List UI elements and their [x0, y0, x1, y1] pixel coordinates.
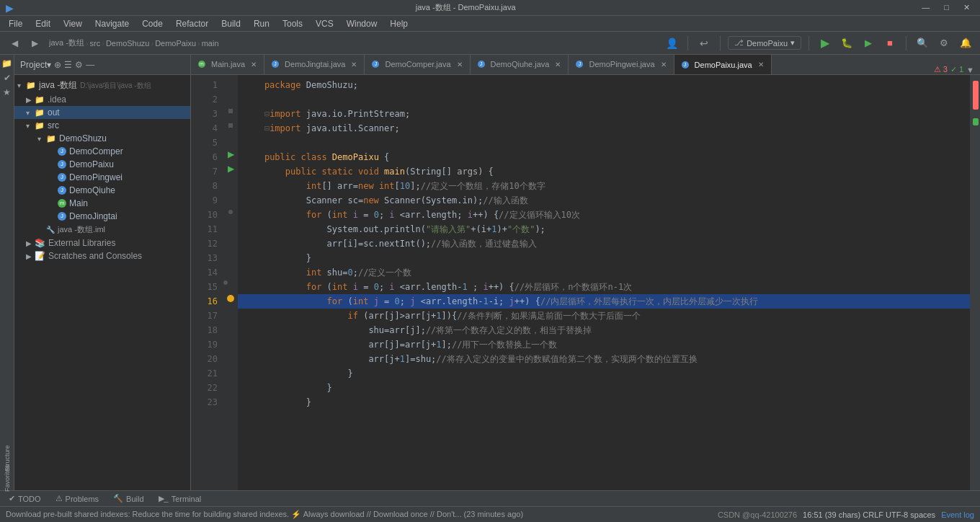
tab-label-main: Main.java	[211, 60, 245, 68]
tab-demoqiuhe[interactable]: J DemoQiuhe.java ✕	[471, 55, 569, 74]
tab-close-comper[interactable]: ✕	[457, 61, 463, 68]
error-count[interactable]: ⚠ 3	[934, 65, 948, 74]
title-left: ▶	[6, 2, 14, 14]
project-minimize-icon[interactable]: —	[86, 60, 94, 70]
code-line-12: arr[i]=sc.nextInt();//输入函数，通过键盘输入	[238, 236, 970, 251]
breadcrumb-demopaixu[interactable]: DemoPaixu	[155, 39, 196, 48]
menu-refactor[interactable]: Refactor	[170, 17, 214, 30]
breadcrumb-src[interactable]: src	[90, 39, 101, 48]
project-tree-icon[interactable]: ☰	[64, 60, 72, 70]
debug-button[interactable]: 🐛	[838, 35, 855, 52]
code-editor[interactable]: package DemoShuzu; ⊟import java.io.Print…	[238, 75, 970, 490]
tab-close-qiuhe[interactable]: ✕	[555, 61, 561, 68]
run-arrow-6[interactable]: ▶	[228, 149, 234, 159]
close-button[interactable]: ✕	[959, 3, 974, 12]
tree-arrow-src: ▾	[26, 122, 35, 130]
structure-sidebar-icon[interactable]: Structure	[1, 453, 13, 464]
stop-button[interactable]: ■	[881, 35, 899, 52]
collapse-all-icon[interactable]: ▼	[966, 66, 974, 74]
settings-button[interactable]: ⚙	[935, 35, 953, 52]
tree-item-scratches[interactable]: ▶ 📝 Scratches and Consoles	[14, 249, 190, 262]
bookmark-icon[interactable]: ★	[1, 87, 13, 98]
toolbar-back-button[interactable]: ◀	[6, 35, 23, 52]
gutter-13	[223, 248, 238, 262]
fold-icon-3	[228, 109, 233, 113]
tree-item-demopaixu[interactable]: ▶ J DemoPaixu	[14, 158, 190, 171]
tab-demojingtai[interactable]: J DemoJingtai.java ✕	[264, 55, 365, 74]
terminal-icon: ▶_	[159, 494, 169, 503]
commit-icon[interactable]: ✔	[1, 72, 13, 84]
menu-window[interactable]: Window	[341, 17, 383, 30]
tree-item-root[interactable]: ▾ 📁 java -数组 D:\java项目\java -数组	[14, 78, 190, 93]
toolbar-separator-4	[906, 36, 906, 50]
tab-terminal[interactable]: ▶_ Terminal	[156, 492, 205, 505]
menu-vcs[interactable]: VCS	[310, 17, 339, 30]
toolbar-forward-button[interactable]: ▶	[26, 35, 43, 52]
breadcrumb-project[interactable]: java -数组	[49, 37, 84, 48]
editor-scrollbar[interactable]	[970, 75, 980, 490]
code-line-7: public static void main(String[] args) {	[238, 164, 970, 179]
demojingtai-java-icon: J	[58, 212, 66, 221]
tree-item-iml[interactable]: ▶ 🔧 java -数组.iml	[14, 223, 190, 236]
gutter-7: ▶	[223, 162, 238, 176]
event-log-link[interactable]: Event log	[941, 510, 974, 519]
run-arrow-7[interactable]: ▶	[228, 164, 234, 174]
minimize-button[interactable]: —	[917, 3, 934, 12]
breadcrumb-sep2: ›	[102, 39, 104, 48]
notifications-button[interactable]: 🔔	[957, 35, 974, 52]
run-button[interactable]: ▶	[816, 35, 834, 52]
branch-selector[interactable]: ⎇ DemoPaixu ▾	[728, 36, 801, 50]
tab-build-label: Build	[126, 495, 143, 503]
tab-close-pingwei[interactable]: ✕	[661, 61, 667, 68]
menu-tools[interactable]: Tools	[277, 17, 308, 30]
tree-item-democomper[interactable]: ▶ J DemoComper	[14, 145, 190, 158]
breadcrumb-demoshuzu[interactable]: DemoShuzu	[106, 39, 150, 48]
tree-item-demopingwei[interactable]: ▶ J DemoPingwei	[14, 171, 190, 184]
tree-item-idea[interactable]: ▶ 📁 .idea	[14, 93, 190, 106]
menu-help[interactable]: Help	[384, 17, 414, 30]
favorites-sidebar-icon[interactable]: Favorites	[1, 473, 13, 485]
tree-item-main[interactable]: ▶ m Main	[14, 197, 190, 210]
menu-build[interactable]: Build	[215, 17, 246, 30]
tree-item-out[interactable]: ▾ 📁 out	[14, 106, 190, 119]
tab-bar: m Main.java ✕ J DemoJingtai.java ✕ J Dem…	[191, 55, 980, 75]
app-icon: ▶	[6, 2, 14, 14]
tab-close-jingtai[interactable]: ✕	[351, 61, 357, 68]
breadcrumb-main[interactable]: main	[202, 39, 219, 48]
code-line-14: int shu=0;//定义一个数	[238, 265, 970, 280]
toolbar-undo-button[interactable]: ↩	[695, 35, 713, 52]
branch-icon: ⎇	[734, 38, 744, 48]
project-view-icon[interactable]: 📁	[1, 58, 13, 69]
menu-edit[interactable]: Edit	[30, 17, 56, 30]
tree-item-src[interactable]: ▾ 📁 src	[14, 119, 190, 132]
left-icon-sidebar: 📁 ✔ ★ Structure Favorites	[0, 55, 14, 490]
project-settings-icon[interactable]: ⚙	[75, 60, 83, 70]
tree-item-demoqiuhe[interactable]: ▶ J DemoQiuhe	[14, 184, 190, 197]
run-coverage-button[interactable]: ▶	[860, 35, 877, 52]
project-header-icons: ⊕ ☰ ⚙ —	[54, 60, 94, 70]
editor-container[interactable]: 1 2 3 4 5 6 7 8 9 10 11 12 13 14 15 16 1…	[191, 75, 980, 490]
menu-run[interactable]: Run	[248, 17, 275, 30]
maximize-button[interactable]: □	[940, 3, 953, 12]
profile-button[interactable]: 👤	[663, 35, 680, 52]
warning-count[interactable]: ✓ 1	[950, 65, 963, 74]
menu-navigate[interactable]: Navigate	[89, 17, 135, 30]
tab-close-paixu[interactable]: ✕	[758, 61, 764, 68]
project-sync-icon[interactable]: ⊕	[54, 60, 61, 70]
tab-problems[interactable]: ⚠ Problems	[53, 492, 102, 505]
tab-main-java[interactable]: m Main.java ✕	[191, 55, 264, 74]
tab-build[interactable]: 🔨 Build	[110, 492, 146, 505]
tree-item-ext-libs[interactable]: ▶ 📚 External Libraries	[14, 236, 190, 249]
search-button[interactable]: 🔍	[914, 35, 931, 52]
menu-file[interactable]: File	[3, 17, 28, 30]
tab-todo[interactable]: ✔ TODO	[6, 492, 44, 505]
menu-code[interactable]: Code	[136, 17, 169, 30]
tab-demopingwei[interactable]: J DemoPingwei.java ✕	[569, 55, 674, 74]
tree-item-demojingtai[interactable]: ▶ J DemoJingtai	[14, 210, 190, 223]
tab-close-main[interactable]: ✕	[251, 61, 257, 68]
menu-view[interactable]: View	[58, 17, 88, 30]
tab-democomper[interactable]: J DemoComper.java ✕	[365, 55, 470, 74]
tree-item-demoshuzu[interactable]: ▾ 📁 DemoShuzu	[14, 132, 190, 145]
tab-demopaixu[interactable]: J DemoPaixu.java ✕	[674, 55, 772, 74]
window-controls[interactable]: — □ ✕	[917, 3, 974, 12]
